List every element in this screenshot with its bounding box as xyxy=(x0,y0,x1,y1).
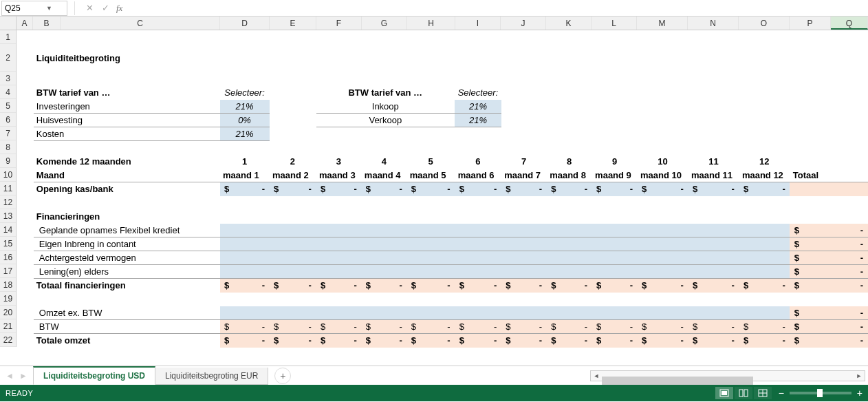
money-cell[interactable]: $- xyxy=(739,320,790,334)
money-cell[interactable]: $- xyxy=(501,320,547,334)
cell[interactable] xyxy=(739,251,790,265)
cell[interactable] xyxy=(638,306,688,320)
money-cell[interactable]: $- xyxy=(501,279,547,293)
cell[interactable] xyxy=(501,265,547,279)
cell[interactable] xyxy=(739,265,790,279)
cell[interactable] xyxy=(455,224,501,237)
money-cell[interactable]: $- xyxy=(790,334,867,348)
zoom-slider[interactable] xyxy=(790,392,851,394)
money-cell[interactable]: $- xyxy=(688,182,739,196)
cell[interactable] xyxy=(688,265,739,279)
money-cell[interactable]: $- xyxy=(361,279,406,293)
name-box[interactable]: Q25 ▼ xyxy=(1,1,67,16)
cell[interactable] xyxy=(547,306,592,320)
row-header-6[interactable]: 6 xyxy=(0,113,16,127)
cell[interactable] xyxy=(739,224,790,237)
sheet-tab-active[interactable]: Liquiditeitsbegroting USD xyxy=(33,366,155,385)
view-normal-icon[interactable] xyxy=(715,387,733,399)
cell[interactable] xyxy=(547,265,592,279)
col-header-N[interactable]: N xyxy=(688,17,739,30)
money-cell[interactable]: $- xyxy=(316,334,361,348)
tab-nav-prev-icon[interactable]: ◄ xyxy=(4,370,15,381)
cell[interactable] xyxy=(501,237,547,251)
money-cell[interactable]: $- xyxy=(361,334,406,348)
money-cell[interactable]: $- xyxy=(406,320,455,334)
cell[interactable] xyxy=(316,265,361,279)
cell[interactable] xyxy=(638,265,688,279)
col-header-E[interactable]: E xyxy=(270,17,316,30)
money-cell[interactable]: $- xyxy=(790,224,867,237)
row-header-5[interactable]: 5 xyxy=(0,99,16,113)
row-header-16[interactable]: 16 xyxy=(0,251,16,264)
cell[interactable] xyxy=(547,224,592,237)
zoom-in-button[interactable]: + xyxy=(857,388,862,399)
col-header-I[interactable]: I xyxy=(455,17,501,30)
money-cell[interactable]: $- xyxy=(592,334,638,348)
cell[interactable] xyxy=(592,306,638,320)
money-cell[interactable]: $- xyxy=(739,182,790,196)
cell[interactable] xyxy=(220,251,270,265)
col-header-H[interactable]: H xyxy=(407,17,455,30)
money-cell[interactable]: $- xyxy=(316,279,361,293)
cell[interactable] xyxy=(501,306,547,320)
col-header-F[interactable]: F xyxy=(316,17,362,30)
cell[interactable] xyxy=(592,265,638,279)
row-header-18[interactable]: 18 xyxy=(0,278,16,292)
money-cell[interactable]: $- xyxy=(592,320,638,334)
money-cell[interactable]: $- xyxy=(547,334,592,348)
money-cell[interactable]: $- xyxy=(406,182,455,196)
cell[interactable] xyxy=(688,251,739,265)
money-cell[interactable]: $- xyxy=(688,320,739,334)
money-cell[interactable]: $- xyxy=(455,279,501,293)
formula-input[interactable] xyxy=(122,1,868,15)
money-cell[interactable]: $- xyxy=(316,182,361,196)
money-cell[interactable]: $- xyxy=(638,279,688,293)
cell[interactable] xyxy=(638,224,688,237)
zoom-out-button[interactable]: − xyxy=(779,388,784,399)
col-header-D[interactable]: D xyxy=(220,17,270,30)
cell[interactable] xyxy=(361,306,406,320)
cell[interactable] xyxy=(688,224,739,237)
money-cell[interactable]: $- xyxy=(739,279,790,293)
money-cell[interactable]: $- xyxy=(638,334,688,348)
cell[interactable] xyxy=(316,251,361,265)
row-header-12[interactable]: 12 xyxy=(0,195,16,209)
money-cell[interactable]: $- xyxy=(220,320,270,334)
sheet-tab-inactive[interactable]: Liquiditeitsbegroting EUR xyxy=(155,368,268,385)
col-header-L[interactable]: L xyxy=(592,17,637,30)
cell[interactable] xyxy=(739,237,790,251)
money-cell[interactable]: $- xyxy=(501,334,547,348)
money-cell[interactable]: $- xyxy=(790,237,867,251)
cell[interactable] xyxy=(361,251,406,265)
row-header-1[interactable]: 1 xyxy=(0,30,16,44)
money-cell[interactable]: $- xyxy=(592,182,638,196)
row-header-8[interactable]: 8 xyxy=(0,140,16,154)
money-cell[interactable]: $- xyxy=(270,279,316,293)
money-cell[interactable]: $- xyxy=(270,334,316,348)
money-cell[interactable]: $- xyxy=(270,182,316,196)
cell[interactable] xyxy=(361,237,406,251)
cell[interactable] xyxy=(790,182,867,196)
money-cell[interactable]: $- xyxy=(547,182,592,196)
cell[interactable] xyxy=(270,224,316,237)
money-cell[interactable]: $- xyxy=(455,320,501,334)
money-cell[interactable]: $- xyxy=(547,279,592,293)
row-header-13[interactable]: 13 xyxy=(0,209,16,223)
col-header-G[interactable]: G xyxy=(362,17,407,30)
cell[interactable] xyxy=(361,265,406,279)
money-cell[interactable]: $- xyxy=(406,334,455,348)
cell[interactable] xyxy=(547,237,592,251)
money-cell[interactable]: $- xyxy=(220,182,270,196)
money-cell[interactable]: $- xyxy=(790,251,867,265)
col-header-O[interactable]: O xyxy=(739,17,790,30)
cell[interactable] xyxy=(270,237,316,251)
accept-formula-icon[interactable]: ✓ xyxy=(102,3,109,13)
col-header-J[interactable]: J xyxy=(501,17,546,30)
money-cell[interactable]: $- xyxy=(638,320,688,334)
cell[interactable] xyxy=(220,306,270,320)
cell[interactable] xyxy=(638,237,688,251)
money-cell[interactable]: $- xyxy=(220,334,270,348)
cells-area[interactable]: Liquiditeitbegroting BTW tarief van … Se… xyxy=(17,30,868,366)
cell[interactable] xyxy=(592,224,638,237)
row-header-10[interactable]: 10 xyxy=(0,168,16,182)
